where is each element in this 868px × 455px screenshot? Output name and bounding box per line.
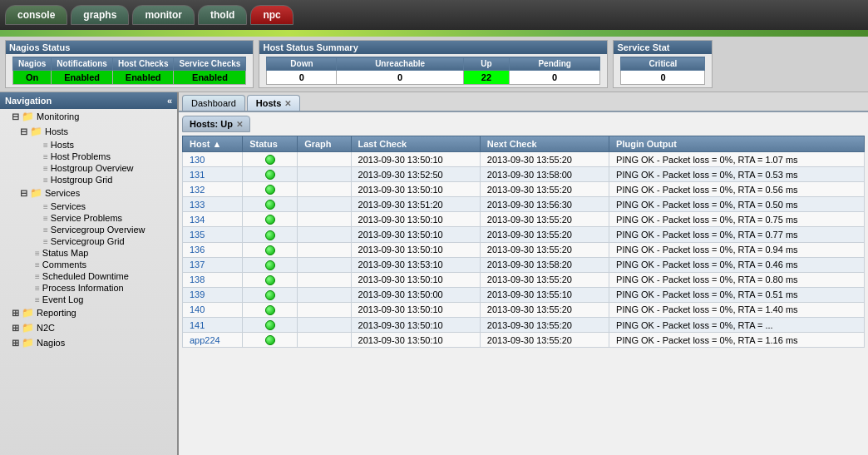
leaf-icon-host-problems: ≡ — [43, 152, 48, 161]
nav-tab-graphs[interactable]: graphs — [71, 5, 129, 25]
host-link-8[interactable]: 138 — [190, 274, 205, 284]
sidebar-item-servicegroup-overview[interactable]: ≡ Servicegroup Overview — [25, 224, 177, 235]
host-link-5[interactable]: 135 — [190, 230, 205, 240]
sidebar-item-hostgroup-grid[interactable]: ≡ Hostgroup Grid — [25, 174, 177, 185]
col-last-check[interactable]: Last Check — [351, 136, 480, 152]
sidebar-item-hosts[interactable]: ≡ Hosts — [25, 139, 177, 151]
green-bar — [0, 30, 868, 37]
cell-host-9[interactable]: 139 — [183, 287, 243, 302]
col-plugin-output: Plugin Output — [609, 136, 865, 152]
plus-icon-nagios: ⊞ — [12, 338, 19, 349]
host-link-7[interactable]: 137 — [190, 260, 205, 270]
host-status-table: Down Unreachable Up Pending 0 0 22 0 — [266, 57, 600, 85]
sidebar-item-comments[interactable]: ≡ Comments — [17, 259, 177, 270]
sidebar-item-scheduled-downtime[interactable]: ≡ Scheduled Downtime — [17, 270, 177, 282]
hosts-table: Host ▲ Status Graph Last Check Next Chec… — [182, 136, 865, 348]
tree-folder-n2c[interactable]: ⊞ 📁 N2C — [8, 320, 177, 335]
host-link-4[interactable]: 134 — [190, 215, 205, 225]
sidebar-item-host-problems[interactable]: ≡ Host Problems — [25, 151, 177, 162]
tab-hosts-close[interactable]: ✕ — [284, 99, 291, 108]
cell-graph-0 — [298, 152, 351, 167]
cell-graph-10 — [298, 302, 351, 317]
sidebar-item-service-problems[interactable]: ≡ Service Problems — [25, 212, 177, 224]
content-area: Dashboard Hosts ✕ Hosts: Up ✕ Host ▲ Sta… — [179, 92, 868, 455]
cell-status-11 — [243, 318, 298, 333]
host-link-10[interactable]: 140 — [190, 304, 205, 314]
minus-icon-hosts: ⊟ — [20, 126, 27, 137]
tree-folder-services[interactable]: ⊟ 📁 Services — [17, 185, 177, 200]
cell-host-10[interactable]: 140 — [183, 302, 243, 317]
cell-host-5[interactable]: 135 — [183, 227, 243, 242]
table-row: 134 2013-09-30 13:50:10 2013-09-30 13:55… — [183, 212, 865, 227]
table-row: 137 2013-09-30 13:53:10 2013-09-30 13:58… — [183, 257, 865, 272]
cell-lastcheck-1: 2013-09-30 13:52:50 — [351, 167, 480, 182]
sidebar-item-status-map[interactable]: ≡ Status Map — [17, 247, 177, 259]
cell-output-6: PING OK - Packet loss = 0%, RTA = 0.94 m… — [609, 242, 865, 257]
col-next-check[interactable]: Next Check — [480, 136, 609, 152]
cell-host-0[interactable]: 130 — [183, 152, 243, 167]
service-status-title: Service Stat — [614, 41, 712, 54]
host-link-12[interactable]: app224 — [190, 335, 220, 345]
nav-tab-monitor[interactable]: monitor — [132, 5, 195, 25]
host-link-9[interactable]: 139 — [190, 289, 205, 299]
sidebar-item-process-information[interactable]: ≡ Process Information — [17, 282, 177, 294]
tree-folder-monitoring[interactable]: ⊟ 📁 Monitoring — [8, 109, 177, 124]
tree-folder-nagios[interactable]: ⊞ 📁 Nagios — [8, 335, 177, 350]
cell-host-8[interactable]: 138 — [183, 272, 243, 287]
leaf-icon-hostgroup-grid: ≡ — [43, 176, 48, 185]
cell-nextcheck-5: 2013-09-30 13:55:20 — [480, 227, 609, 242]
sidebar-header: Navigation « — [0, 92, 177, 109]
cell-host-6[interactable]: 136 — [183, 242, 243, 257]
folder-icon-services: 📁 — [30, 187, 42, 199]
cell-host-7[interactable]: 137 — [183, 257, 243, 272]
tab-hosts[interactable]: Hosts ✕ — [247, 95, 301, 111]
sidebar-collapse-icon[interactable]: « — [167, 96, 172, 106]
cell-host-3[interactable]: 133 — [183, 197, 243, 212]
table-row: 139 2013-09-30 13:50:00 2013-09-30 13:55… — [183, 287, 865, 302]
sidebar-item-hostgroup-overview[interactable]: ≡ Hostgroup Overview — [25, 162, 177, 174]
leaf-icon-services: ≡ — [43, 202, 48, 211]
status-dot-10 — [265, 305, 275, 315]
col-host[interactable]: Host ▲ — [183, 136, 243, 152]
sidebar-item-servicegroup-grid[interactable]: ≡ Servicegroup Grid — [25, 235, 177, 247]
host-link-2[interactable]: 132 — [190, 185, 205, 195]
folder-icon-hosts: 📁 — [30, 126, 42, 137]
cell-host-11[interactable]: 141 — [183, 318, 243, 333]
table-row: 131 2013-09-30 13:52:50 2013-09-30 13:58… — [183, 167, 865, 182]
sidebar-item-event-log[interactable]: ≡ Event Log — [17, 294, 177, 305]
minus-icon-services: ⊟ — [20, 188, 27, 199]
host-link-3[interactable]: 133 — [190, 200, 205, 210]
cell-nextcheck-4: 2013-09-30 13:55:20 — [480, 212, 609, 227]
host-val-unreachable: 0 — [337, 71, 463, 85]
host-link-1[interactable]: 131 — [190, 170, 205, 180]
nav-tab-npc[interactable]: npc — [250, 5, 293, 25]
sidebar-item-services[interactable]: ≡ Services — [25, 200, 177, 212]
host-link-0[interactable]: 130 — [190, 155, 205, 165]
hosts-up-close[interactable]: ✕ — [236, 120, 243, 129]
tab-dashboard[interactable]: Dashboard — [182, 95, 245, 111]
tree-folder-reporting[interactable]: ⊞ 📁 Reporting — [8, 305, 177, 320]
nav-tab-console[interactable]: console — [5, 5, 67, 25]
cell-host-2[interactable]: 132 — [183, 182, 243, 197]
nav-tab-thold[interactable]: thold — [198, 5, 247, 25]
cell-host-1[interactable]: 131 — [183, 167, 243, 182]
tree-label-services: Services — [45, 188, 80, 198]
cell-output-0: PING OK - Packet loss = 0%, RTA = 1.07 m… — [609, 152, 865, 167]
cell-output-2: PING OK - Packet loss = 0%, RTA = 0.56 m… — [609, 182, 865, 197]
cell-nextcheck-6: 2013-09-30 13:55:20 — [480, 242, 609, 257]
table-row: 136 2013-09-30 13:50:10 2013-09-30 13:55… — [183, 242, 865, 257]
host-link-11[interactable]: 141 — [190, 320, 205, 330]
nagios-col-notifications: Notifications — [52, 57, 113, 71]
cell-lastcheck-8: 2013-09-30 13:50:10 — [351, 272, 480, 287]
cell-output-9: PING OK - Packet loss = 0%, RTA = 0.51 m… — [609, 287, 865, 302]
cell-status-0 — [243, 152, 298, 167]
cell-host-12[interactable]: app224 — [183, 333, 243, 348]
host-link-6[interactable]: 136 — [190, 245, 205, 255]
sidebar-label-hostgroup-overview: Hostgroup Overview — [51, 163, 134, 173]
tree-folder-hosts[interactable]: ⊟ 📁 Hosts — [17, 124, 177, 139]
sidebar-label-hosts: Hosts — [51, 140, 74, 150]
cell-host-4[interactable]: 134 — [183, 212, 243, 227]
host-col-unreachable: Unreachable — [337, 57, 463, 71]
status-bar: Nagios Status Nagios Notifications Host … — [0, 37, 868, 92]
nagios-val-servicechecks: Enabled — [174, 71, 246, 85]
